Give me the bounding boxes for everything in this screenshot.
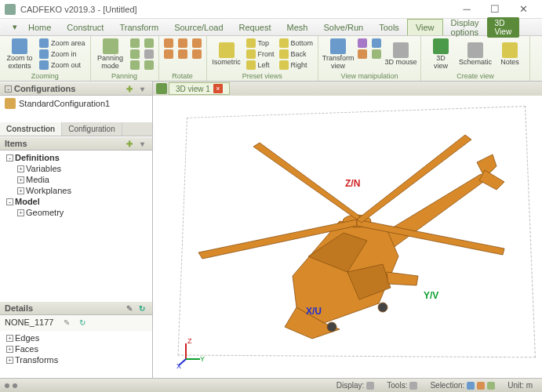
- transform-view-button[interactable]: Transform view: [322, 38, 355, 71]
- front-button[interactable]: Front: [245, 49, 276, 60]
- menu-mesh[interactable]: Mesh: [279, 19, 316, 35]
- 3d-canvas[interactable]: Z/N Y/V X/U Z Y X: [153, 96, 542, 378]
- pan-center-button[interactable]: [143, 49, 155, 60]
- menu-solve-run[interactable]: Solve/Run: [315, 19, 371, 35]
- minimize-button[interactable]: ─: [453, 2, 481, 17]
- viewmanip-2[interactable]: [356, 49, 369, 60]
- right-button[interactable]: Right: [278, 60, 315, 71]
- 3d-view-button[interactable]: 3D view: [424, 38, 457, 71]
- menu-display-options[interactable]: Display options: [443, 19, 487, 35]
- pan-e-button[interactable]: [143, 60, 155, 71]
- tab-construction[interactable]: Construction: [0, 122, 62, 136]
- add-item-button[interactable]: ✚: [124, 139, 135, 148]
- svg-point-2: [378, 303, 387, 312]
- schematic-button[interactable]: Schematic: [459, 38, 492, 71]
- sel-icon-3[interactable]: [487, 382, 495, 390]
- ribbon-group-create-view: 3D view Schematic Notes Create view: [421, 36, 530, 81]
- viewmanip-4[interactable]: [370, 49, 383, 60]
- status-unit: Unit: m: [503, 381, 537, 390]
- tree-definitions: -Definitions: [3, 152, 149, 163]
- notes-button[interactable]: Notes: [493, 38, 526, 71]
- rotate-up-icon: [178, 38, 187, 48]
- detail-edit[interactable]: ✎: [61, 318, 72, 327]
- ribbon-group-preset: Isometric Top Front Left Bottom Back Rig…: [207, 36, 319, 81]
- rotate-left-icon: [192, 38, 202, 48]
- config-menu-button[interactable]: ▾: [136, 84, 147, 93]
- menu-source-load[interactable]: Source/Load: [166, 19, 231, 35]
- orientation-triad[interactable]: Z Y X: [176, 337, 208, 368]
- top-button[interactable]: Top: [245, 38, 276, 49]
- axis-x-label: X/U: [306, 306, 322, 317]
- qat-dropdown[interactable]: ▾: [9, 22, 20, 32]
- display-icon[interactable]: [366, 382, 374, 390]
- svg-text:Y: Y: [200, 355, 205, 363]
- cube-back-icon: [279, 49, 289, 59]
- rotate-5-button[interactable]: [191, 38, 203, 49]
- details-refresh-button[interactable]: ↻: [136, 303, 147, 313]
- left-tabs: Construction Configuration: [0, 122, 152, 136]
- tab-configuration[interactable]: Configuration: [62, 122, 122, 136]
- cube-front-icon: [246, 49, 256, 59]
- close-button[interactable]: ✕: [509, 2, 537, 17]
- rotate-1-button[interactable]: [162, 38, 175, 49]
- arrow-nw-icon: [130, 38, 140, 48]
- 3d-icon: [433, 38, 449, 54]
- items-menu-button[interactable]: ▾: [136, 139, 147, 148]
- rotate-2-button[interactable]: [162, 49, 175, 60]
- zoom-to-extents-button[interactable]: Zoom to extents: [3, 38, 36, 71]
- isometric-button[interactable]: Isometric: [210, 38, 243, 71]
- window-title: CADFEKO v2019.3 - [Untitled]: [20, 5, 453, 14]
- rotate-4-button[interactable]: [176, 49, 189, 60]
- axis-z-label: Z/N: [345, 178, 360, 189]
- add-config-button[interactable]: ✚: [124, 84, 135, 93]
- viewport: 3D view 1 ×: [153, 82, 542, 378]
- menu-transform[interactable]: Transform: [111, 19, 166, 35]
- viewport-tab-1[interactable]: 3D view 1 ×: [169, 82, 230, 95]
- tools-icon[interactable]: [409, 382, 417, 390]
- menu-view[interactable]: View: [407, 19, 443, 35]
- rotate-6-button[interactable]: [191, 49, 203, 60]
- tab-close-button[interactable]: ×: [213, 84, 223, 93]
- viewmanip-1[interactable]: [356, 38, 369, 49]
- tile-button[interactable]: Tile: [533, 38, 542, 71]
- pan-n-button[interactable]: [129, 49, 141, 60]
- details-tree[interactable]: +Edges +Faces +Transforms: [0, 331, 152, 378]
- tree-variables: +Variables: [3, 163, 149, 174]
- ribbon: Zoom to extents Zoom area Zoom in Zoom o…: [0, 36, 542, 82]
- bottom-button[interactable]: Bottom: [278, 38, 315, 49]
- helicopter-model[interactable]: [183, 119, 512, 354]
- sel-icon-2[interactable]: [477, 382, 485, 390]
- menu-request[interactable]: Request: [231, 19, 279, 35]
- tree-geometry: +Geometry: [3, 207, 149, 218]
- collapse-icon[interactable]: -: [5, 85, 12, 93]
- detail-refresh[interactable]: ↻: [77, 318, 88, 327]
- zoom-in-button[interactable]: Zoom in: [38, 49, 87, 60]
- details-name-row: NONE_1177 ✎ ↻: [0, 315, 152, 331]
- svg-text:Z: Z: [187, 337, 192, 345]
- zoom-area-button[interactable]: Zoom area: [38, 38, 87, 49]
- left-button[interactable]: Left: [245, 60, 276, 71]
- arrow-e-icon: [144, 60, 154, 70]
- config-item[interactable]: StandardConfiguration1: [0, 96, 152, 111]
- menu-construct[interactable]: Construct: [59, 19, 111, 35]
- sel-icon-1[interactable]: [467, 382, 475, 390]
- items-tree[interactable]: -Definitions +Variables +Media +Workplan…: [0, 151, 152, 301]
- menu-tools[interactable]: Tools: [371, 19, 407, 35]
- viewmanip-3[interactable]: [370, 38, 383, 49]
- pan-ne-button[interactable]: [129, 60, 141, 71]
- panning-mode-button[interactable]: Panning mode: [94, 38, 127, 71]
- details-edit-button[interactable]: ✎: [124, 303, 135, 313]
- schematic-icon: [467, 42, 483, 58]
- zoom-extents-icon: [12, 38, 27, 54]
- pan-nw-button[interactable]: [129, 38, 141, 49]
- 3d-mouse-button[interactable]: 3D mouse: [384, 38, 417, 71]
- configurations-header[interactable]: - Configurations ✚ ▾: [0, 82, 152, 96]
- rotate-3-button[interactable]: [176, 38, 189, 49]
- maximize-button[interactable]: ☐: [481, 2, 509, 17]
- pan-w-button[interactable]: [143, 38, 155, 49]
- status-selection: Selection:: [425, 381, 500, 390]
- back-button[interactable]: Back: [278, 49, 315, 60]
- menu-home[interactable]: Home: [20, 19, 59, 35]
- tree-workplanes: +Workplanes: [3, 185, 149, 196]
- zoom-out-button[interactable]: Zoom out: [38, 60, 87, 71]
